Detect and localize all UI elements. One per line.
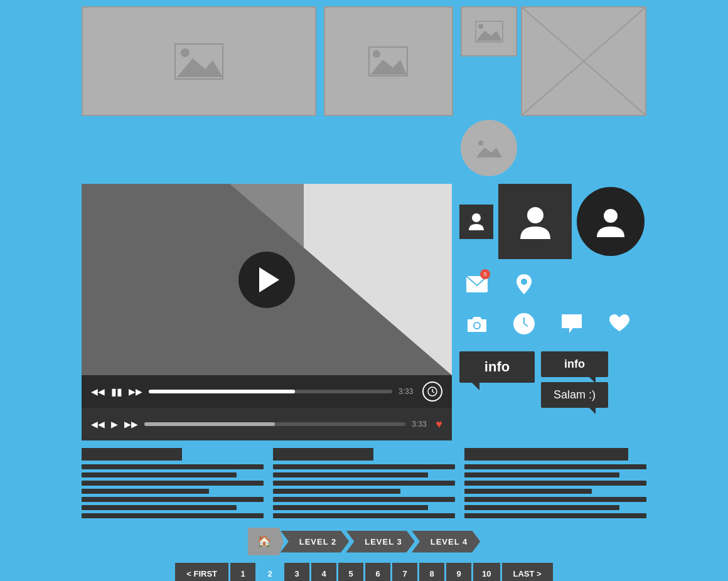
clock-icon[interactable]: [507, 306, 542, 341]
player-controls-secondary: ◀◀ ▶ ▶▶ 3:33 ♥: [82, 408, 452, 440]
text-title-1: [82, 448, 182, 461]
text-block-2: [273, 448, 455, 521]
svg-point-16: [472, 213, 481, 222]
skip-back-button[interactable]: ◀◀: [91, 386, 105, 397]
text-block-1: [82, 448, 264, 521]
last-page-button[interactable]: LAST >: [502, 563, 553, 581]
avatar-small: [459, 205, 493, 239]
chat-icon[interactable]: [555, 306, 589, 341]
check-icon[interactable]: [602, 267, 636, 301]
video-screen: [82, 184, 452, 375]
image-large: [82, 6, 316, 116]
svg-point-4: [373, 50, 380, 58]
breadcrumb: 🏠 LEVEL 2 LEVEL 3 LEVEL 4: [248, 528, 481, 555]
time-label: 3:33: [399, 387, 416, 396]
image-right-group: [461, 6, 646, 176]
text-blocks: [82, 448, 646, 521]
page-8-button[interactable]: 8: [419, 563, 444, 581]
avatar-medium: [498, 184, 572, 259]
progress-fill: [149, 390, 295, 393]
page-10-button[interactable]: 10: [473, 563, 500, 581]
progress-bar-2[interactable]: [144, 422, 405, 426]
image-row: [82, 6, 646, 176]
svg-point-1: [181, 48, 190, 57]
breadcrumb-home[interactable]: 🏠: [248, 528, 284, 555]
info-bubble-right-1: info: [541, 351, 608, 377]
svg-point-27: [474, 323, 479, 328]
image-small-rect: [461, 6, 517, 56]
icon-grid: 5: [459, 264, 645, 343]
time-label-2: 3:33: [412, 420, 429, 429]
svg-point-18: [604, 209, 618, 223]
play-button-2[interactable]: ▶: [111, 419, 118, 429]
avatar-row: [459, 184, 645, 259]
heart-icon[interactable]: [602, 306, 636, 341]
pause-button[interactable]: ▮▮: [111, 386, 122, 398]
svg-point-25: [609, 274, 630, 295]
page-9-button[interactable]: 9: [446, 563, 471, 581]
skip-forward-button[interactable]: ▶▶: [129, 386, 142, 397]
breadcrumb-level3[interactable]: LEVEL 3: [346, 531, 415, 553]
svg-point-20: [521, 279, 527, 285]
skip-forward-button-2[interactable]: ▶▶: [124, 419, 138, 429]
video-player[interactable]: ◀◀ ▮▮ ▶▶ 3:33 ◀◀ ▶ ▶▶: [82, 184, 452, 440]
svg-line-15: [432, 392, 434, 393]
favorite-button[interactable]: ♥: [436, 418, 442, 431]
image-medium: [324, 6, 453, 116]
image-x: [521, 6, 646, 116]
page-3-button[interactable]: 3: [284, 563, 309, 581]
email-icon[interactable]: 5: [459, 267, 494, 301]
svg-marker-5: [370, 60, 407, 75]
clock-button[interactable]: [422, 381, 442, 402]
info-section: info info Salam :): [459, 351, 645, 408]
location-icon[interactable]: [507, 267, 542, 301]
right-panel: 5: [459, 184, 645, 440]
page-7-button[interactable]: 7: [392, 563, 417, 581]
breadcrumb-section: 🏠 LEVEL 2 LEVEL 3 LEVEL 4: [82, 528, 646, 555]
main-container: ◀◀ ▮▮ ▶▶ 3:33 ◀◀ ▶ ▶▶: [0, 0, 728, 581]
svg-point-11: [478, 141, 483, 146]
skip-back-button-2[interactable]: ◀◀: [91, 419, 105, 429]
content-row: ◀◀ ▮▮ ▶▶ 3:33 ◀◀ ▶ ▶▶: [82, 184, 646, 440]
progress-fill-2: [144, 422, 275, 426]
page-5-button[interactable]: 5: [338, 563, 363, 581]
salam-bubble: Salam :): [541, 382, 608, 408]
text-title-2: [273, 448, 373, 461]
page-2-button[interactable]: 2: [257, 563, 282, 581]
text-block-3: [464, 448, 646, 521]
page-4-button[interactable]: 4: [311, 563, 336, 581]
page-6-button[interactable]: 6: [365, 563, 390, 581]
svg-point-17: [527, 207, 543, 223]
image-circle: [461, 120, 517, 176]
avatar-circle: [577, 187, 645, 256]
breadcrumb-level2[interactable]: LEVEL 2: [281, 531, 350, 553]
email-badge: 5: [480, 269, 490, 279]
pagination: < FIRST 1 2 3 4 5 6 7 8 9 10 LAST >: [175, 563, 552, 581]
text-title-3: [464, 448, 628, 461]
info-bubble-left: info: [459, 351, 535, 383]
svg-marker-8: [476, 31, 502, 41]
progress-bar[interactable]: [149, 390, 392, 393]
svg-marker-12: [476, 147, 502, 157]
first-page-button[interactable]: < FIRST: [175, 563, 228, 581]
breadcrumb-level4[interactable]: LEVEL 4: [412, 531, 481, 553]
info-bubbles-right: info Salam :): [541, 351, 608, 408]
play-button[interactable]: [238, 252, 295, 308]
page-1-button[interactable]: 1: [230, 563, 255, 581]
player-controls-primary: ◀◀ ▮▮ ▶▶ 3:33: [82, 375, 452, 408]
menu-icon[interactable]: [555, 267, 589, 301]
pagination-section: < FIRST 1 2 3 4 5 6 7 8 9 10 LAST >: [82, 563, 646, 581]
svg-marker-2: [177, 58, 223, 77]
camera-icon[interactable]: [459, 306, 494, 341]
svg-point-7: [478, 24, 483, 29]
